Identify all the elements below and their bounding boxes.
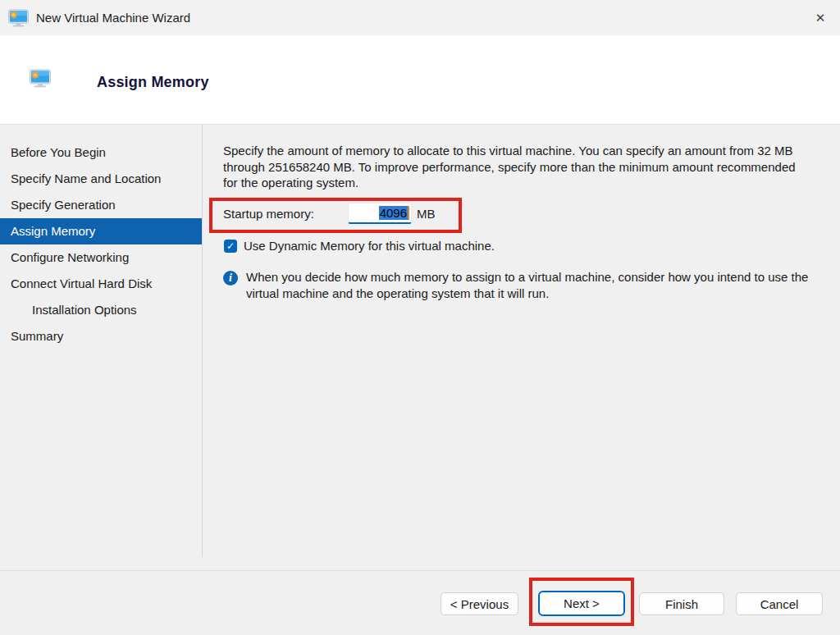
previous-button[interactable]: < Previous <box>441 592 518 615</box>
dynamic-memory-label: Use Dynamic Memory for this virtual mach… <box>244 239 495 253</box>
memory-unit-label: MB <box>417 207 436 221</box>
wizard-content: Specify the amount of memory to allocate… <box>223 125 840 570</box>
dynamic-memory-row: ✓ Use Dynamic Memory for this virtual ma… <box>224 239 495 253</box>
sidebar-item-connect-virtual-hard-disk[interactable]: Connect Virtual Hard Disk <box>0 271 202 297</box>
memory-instructions-text: Specify the amount of memory to allocate… <box>223 143 809 191</box>
dynamic-memory-checkbox[interactable]: ✓ <box>224 240 237 253</box>
text-caret <box>408 206 409 220</box>
info-note-row: i When you decide how much memory to ass… <box>223 269 814 301</box>
page-title: Assign Memory <box>97 74 209 91</box>
next-button[interactable]: Next > <box>538 591 625 616</box>
info-icon: i <box>223 271 238 286</box>
close-icon[interactable]: ✕ <box>802 0 838 35</box>
startup-memory-label: Startup memory: <box>223 207 314 221</box>
info-note-text: When you decide how much memory to assig… <box>246 269 814 301</box>
sidebar-item-assign-memory[interactable]: Assign Memory <box>0 218 202 244</box>
sidebar-item-summary[interactable]: Summary <box>0 323 202 349</box>
sidebar-item-specify-name-and-location[interactable]: Specify Name and Location <box>0 166 202 192</box>
wizard-steps-sidebar: Before You Begin Specify Name and Locati… <box>0 125 203 557</box>
vm-monitor-icon <box>30 69 51 88</box>
window-title: New Virtual Machine Wizard <box>36 11 190 25</box>
wizard-footer: < Previous Next > Finish Cancel <box>0 570 840 635</box>
sidebar-item-before-you-begin[interactable]: Before You Begin <box>0 139 202 166</box>
startup-memory-input[interactable]: 4096 <box>348 203 412 224</box>
sidebar-item-configure-networking[interactable]: Configure Networking <box>0 244 202 271</box>
wizard-header: Assign Memory <box>0 35 840 125</box>
finish-button[interactable]: Finish <box>639 592 724 615</box>
title-bar: New Virtual Machine Wizard ✕ <box>0 0 840 35</box>
startup-memory-selected-value: 4096 <box>379 206 408 220</box>
vm-monitor-icon <box>8 9 29 27</box>
sidebar-item-specify-generation[interactable]: Specify Generation <box>0 192 202 218</box>
cancel-button[interactable]: Cancel <box>736 592 823 615</box>
sidebar-item-installation-options[interactable]: Installation Options <box>0 297 202 323</box>
